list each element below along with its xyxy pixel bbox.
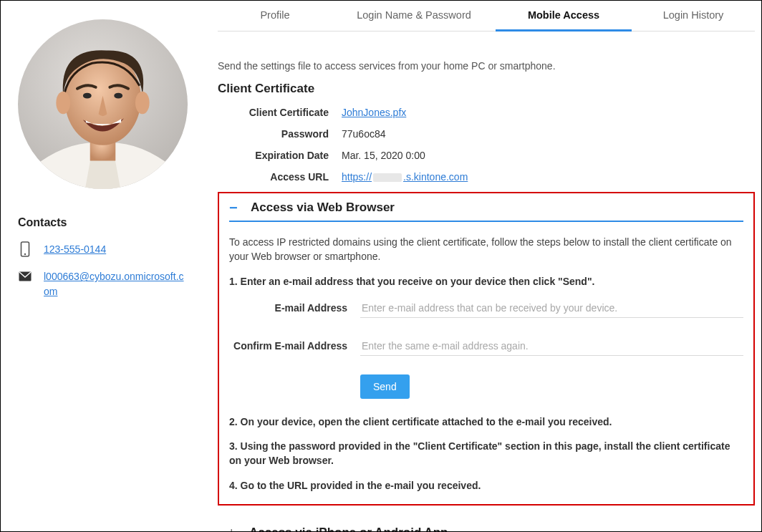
avatar	[18, 19, 188, 189]
confirm-email-input[interactable]	[360, 337, 743, 356]
tab-login-history[interactable]: Login History	[632, 1, 755, 31]
accordion-web-title: Access via Web Browser	[251, 200, 395, 215]
collapse-icon: −	[229, 200, 246, 215]
accordion-app-title: Access via iPhone or Android App	[249, 526, 448, 532]
row-client-cert: Client Certificate JohnJones.pfx	[218, 102, 755, 123]
step-1: 1. Enter an e-mail address that you rece…	[229, 274, 743, 289]
label-confirm-email: Confirm E-mail Address	[229, 340, 347, 352]
access-url[interactable]: https://.s.kintone.com	[329, 171, 468, 183]
sidebar: Contacts 123-555-0144 l000663@cybozu.onm…	[1, 1, 198, 531]
row-access-url: Access URL https://.s.kintone.com	[218, 166, 755, 188]
tabs: Profile Login Name & Password Mobile Acc…	[218, 1, 755, 32]
mail-icon	[18, 269, 32, 284]
contact-phone-row: 123-555-0144	[18, 242, 185, 256]
contact-email-row: l000663@cybozu.onmicrosoft.com	[18, 269, 185, 299]
accordion-app-header[interactable]: + Access via iPhone or Android App	[218, 506, 755, 532]
contact-phone[interactable]: 123-555-0144	[44, 242, 106, 256]
accordion-rule	[229, 221, 743, 222]
main-panel: Profile Login Name & Password Mobile Acc…	[198, 1, 762, 531]
value-password: 77u6oc84	[329, 128, 386, 140]
tab-mobile-access[interactable]: Mobile Access	[496, 1, 632, 31]
value-expiration: Mar. 15, 2020 0:00	[329, 150, 425, 161]
phone-icon	[18, 242, 32, 256]
send-row: Send	[360, 374, 743, 399]
step-2: 2. On your device, open the client certi…	[229, 415, 743, 429]
tab-profile[interactable]: Profile	[218, 1, 332, 31]
intro-text: Send the settings file to access service…	[218, 60, 755, 72]
accordion-desc: To access IP restricted domains using th…	[229, 235, 743, 264]
url-redacted	[373, 173, 402, 182]
contact-email[interactable]: l000663@cybozu.onmicrosoft.com	[44, 269, 185, 299]
label-access-url: Access URL	[218, 171, 329, 183]
email-row: E-mail Address	[229, 299, 743, 318]
email-input[interactable]	[360, 299, 743, 318]
url-prefix: https://	[342, 171, 372, 183]
client-cert-heading: Client Certificate	[218, 82, 755, 96]
accordion-web-body: To access IP restricted domains using th…	[229, 235, 743, 493]
url-suffix: .s.kintone.com	[403, 171, 468, 183]
contacts-heading: Contacts	[18, 216, 185, 229]
row-expiration: Expiration Date Mar. 15, 2020 0:00	[218, 145, 755, 166]
accordion-web-header[interactable]: − Access via Web Browser	[229, 200, 743, 215]
confirm-email-row: Confirm E-mail Address	[229, 337, 743, 356]
svg-point-3	[56, 92, 70, 115]
client-cert-file[interactable]: JohnJones.pfx	[329, 107, 406, 118]
tab-login-password[interactable]: Login Name & Password	[332, 1, 496, 31]
step-3: 3. Using the password provided in the "C…	[229, 439, 743, 468]
label-client-cert: Client Certificate	[218, 107, 329, 118]
svg-point-8	[24, 253, 26, 255]
accordion-web-browser: − Access via Web Browser To access IP re…	[218, 192, 755, 506]
row-password: Password 77u6oc84	[218, 123, 755, 145]
svg-point-4	[135, 92, 150, 115]
label-email: E-mail Address	[229, 302, 347, 314]
send-button[interactable]: Send	[360, 374, 410, 399]
svg-point-6	[114, 93, 122, 99]
expand-icon: +	[228, 526, 245, 532]
step-4: 4. Go to the URL provided in the e-mail …	[229, 478, 743, 493]
label-expiration: Expiration Date	[218, 150, 329, 161]
svg-point-5	[83, 93, 92, 99]
label-password: Password	[218, 128, 329, 140]
